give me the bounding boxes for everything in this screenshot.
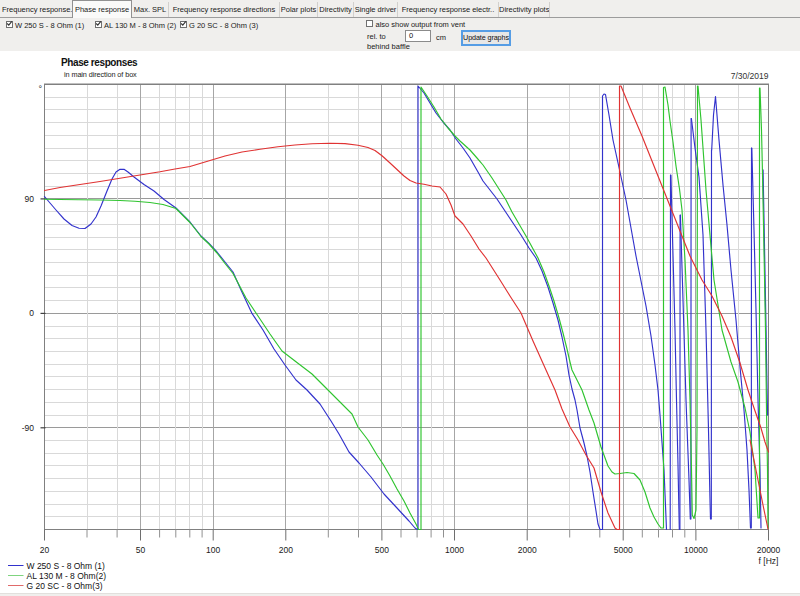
- svg-text:Phase responses: Phase responses: [61, 57, 138, 68]
- svg-text:20000: 20000: [757, 545, 781, 555]
- svg-text:°: °: [38, 84, 42, 94]
- svg-text:f [Hz]: f [Hz]: [759, 556, 779, 566]
- svg-text:in main direction of box: in main direction of box: [64, 70, 137, 79]
- svg-text:500: 500: [375, 545, 389, 555]
- svg-text:0: 0: [29, 308, 34, 318]
- svg-text:5000: 5000: [614, 545, 633, 555]
- svg-text:1000: 1000: [445, 545, 464, 555]
- svg-text:W 250 S - 8 Ohm (1): W 250 S - 8 Ohm (1): [27, 561, 106, 571]
- svg-text:7/30/2019: 7/30/2019: [731, 71, 769, 81]
- svg-text:50: 50: [136, 545, 146, 555]
- svg-text:AL 130 M - 8 Ohm(2): AL 130 M - 8 Ohm(2): [27, 571, 107, 581]
- svg-text:2000: 2000: [518, 545, 537, 555]
- svg-text:-90: -90: [22, 423, 35, 433]
- svg-text:20: 20: [40, 545, 50, 555]
- svg-text:G 20 SC - 8 Ohm(3): G 20 SC - 8 Ohm(3): [27, 581, 103, 591]
- svg-text:100: 100: [206, 545, 220, 555]
- svg-text:90: 90: [25, 194, 35, 204]
- svg-text:200: 200: [279, 545, 293, 555]
- svg-text:10000: 10000: [684, 545, 708, 555]
